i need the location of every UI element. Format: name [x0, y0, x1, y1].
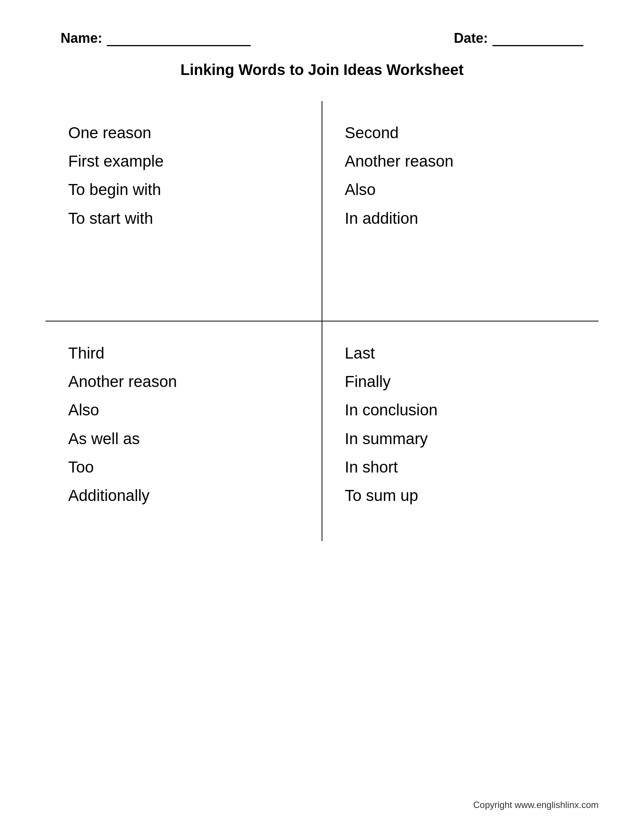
name-label: Name:: [61, 30, 102, 46]
quadrant-bottom-right: LastFinallyIn conclusionIn summaryIn sho…: [322, 322, 599, 541]
word-item: To sum up: [345, 483, 576, 508]
word-item: To start with: [68, 206, 299, 231]
worksheet-title: Linking Words to Join Ideas Worksheet: [45, 61, 599, 78]
word-item: In conclusion: [345, 397, 576, 423]
word-item: Additionally: [68, 483, 299, 508]
word-item: Last: [345, 340, 576, 366]
name-field: Name:: [61, 30, 251, 46]
word-item: Also: [345, 177, 576, 202]
word-item: Second: [345, 120, 576, 145]
word-item: Third: [68, 340, 299, 366]
copyright-text: Copyright www.englishlinx.com: [473, 800, 599, 810]
word-item: First example: [68, 148, 299, 174]
quadrant-bottom-left: ThirdAnother reasonAlsoAs well asTooAddi…: [45, 322, 322, 541]
date-label: Date:: [454, 30, 488, 46]
word-item: As well as: [68, 426, 299, 451]
word-item: To begin with: [68, 177, 299, 202]
grid-container: One reasonFirst exampleTo begin withTo s…: [45, 101, 599, 541]
word-item: In summary: [345, 426, 576, 451]
name-line: [107, 38, 251, 46]
word-item: Another reason: [345, 148, 576, 174]
word-item: Also: [68, 397, 299, 423]
header-row: Name: Date:: [45, 30, 599, 46]
word-item: Another reason: [68, 369, 299, 394]
word-item: Too: [68, 454, 299, 480]
word-item: Finally: [345, 369, 576, 394]
quadrant-top-left: One reasonFirst exampleTo begin withTo s…: [45, 101, 322, 321]
word-item: One reason: [68, 120, 299, 145]
date-line: [493, 38, 583, 46]
quadrant-top-right: SecondAnother reasonAlsoIn addition: [322, 101, 599, 321]
word-item: In short: [345, 454, 576, 480]
worksheet-page: Name: Date: Linking Words to Join Ideas …: [0, 0, 644, 833]
date-field: Date:: [454, 30, 583, 46]
word-item: In addition: [345, 206, 576, 231]
vertical-divider: [322, 101, 322, 541]
